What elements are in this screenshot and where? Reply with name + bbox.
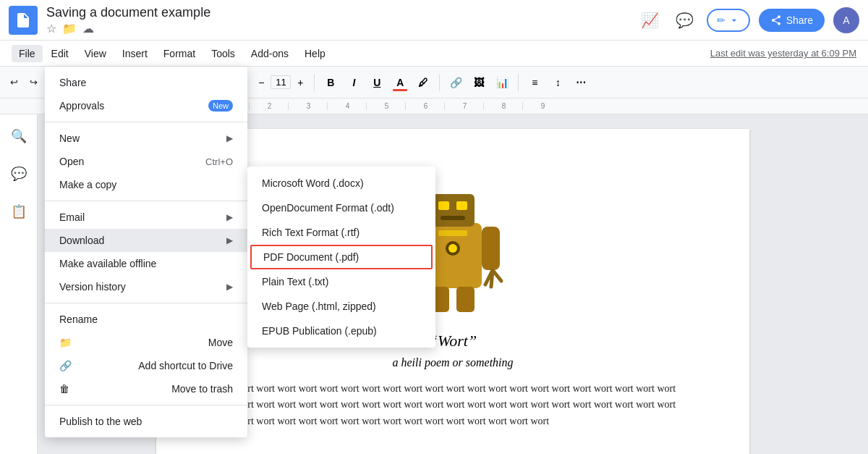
doc-body: wort wort wort wort wort wort wort wort … xyxy=(214,381,692,429)
menu-file[interactable]: File xyxy=(12,45,43,62)
fm-rename[interactable]: Rename xyxy=(45,308,247,331)
ds-pdf[interactable]: PDF Document (.pdf) xyxy=(250,245,433,269)
ds-odt-label: OpenDocument Format (.odt) xyxy=(262,202,394,214)
share-button[interactable]: Share xyxy=(759,9,825,32)
download-submenu: Microsoft Word (.docx) OpenDocument Form… xyxy=(247,167,435,348)
ds-pdf-label: PDF Document (.pdf) xyxy=(263,251,359,263)
fm-publish[interactable]: Publish to the web xyxy=(45,410,247,433)
fm-divider-3 xyxy=(45,303,247,303)
svg-rect-6 xyxy=(482,227,500,270)
ruler-mark-9: 9 xyxy=(522,102,561,110)
underline-button[interactable]: U xyxy=(367,72,387,93)
sidebar-chat-icon[interactable]: 💬 xyxy=(6,161,32,187)
highlight-button[interactable]: 🖊 xyxy=(413,72,433,93)
font-size-decrease[interactable]: − xyxy=(253,75,269,91)
fm-divider-4 xyxy=(45,405,247,405)
spacing-button[interactable]: ↕ xyxy=(548,72,568,93)
redo-button[interactable]: ↪ xyxy=(25,74,42,91)
insert-button[interactable]: 📊 xyxy=(492,72,512,93)
sidebar-history-icon[interactable]: 📋 xyxy=(6,198,32,224)
menu-insert[interactable]: Insert xyxy=(115,45,155,62)
ruler-mark-2: 2 xyxy=(249,102,288,110)
fm-approvals-badge: New xyxy=(208,100,233,112)
fm-copy[interactable]: Make a copy xyxy=(45,173,247,196)
cloud-icon[interactable]: ☁ xyxy=(82,22,94,35)
ds-docx[interactable]: Microsoft Word (.docx) xyxy=(247,171,435,196)
menu-help[interactable]: Help xyxy=(297,45,333,62)
undo-button[interactable]: ↩ xyxy=(6,74,22,91)
ds-odt[interactable]: OpenDocument Format (.odt) xyxy=(247,196,435,220)
comments-icon-btn[interactable]: 💬 xyxy=(672,7,698,33)
fm-offline[interactable]: Make available offline xyxy=(45,252,247,275)
user-avatar[interactable]: A xyxy=(833,7,859,33)
ds-epub[interactable]: EPUB Publication (.epub) xyxy=(247,319,435,343)
fm-shortcut[interactable]: 🔗 Add shortcut to Drive xyxy=(45,354,247,377)
menu-edit[interactable]: Edit xyxy=(44,45,76,62)
fm-shortcut-label: Add shortcut to Drive xyxy=(138,360,233,371)
top-bar: Saving a document example ☆ 📁 ☁ 📈 💬 ✏ Sh… xyxy=(0,0,868,41)
suggest-button[interactable]: ✏ xyxy=(707,9,750,32)
fm-divider-2 xyxy=(45,201,247,201)
ruler-mark-3: 3 xyxy=(288,102,327,110)
link-button[interactable]: 🔗 xyxy=(446,72,466,93)
app-icon[interactable] xyxy=(9,6,38,35)
bold-button[interactable]: B xyxy=(320,72,341,93)
italic-button[interactable]: I xyxy=(344,72,364,93)
analytics-icon-btn[interactable]: 📈 xyxy=(637,7,663,33)
menu-view[interactable]: View xyxy=(77,45,114,62)
fm-move[interactable]: 📁 Move xyxy=(45,331,247,354)
ds-txt[interactable]: Plain Text (.txt) xyxy=(247,269,435,294)
toolbar-separator-5 xyxy=(314,74,315,91)
menu-tools[interactable]: Tools xyxy=(204,45,242,62)
file-menu: Share Approvals New New ▶ Open Ctrl+O Ma… xyxy=(45,67,247,437)
fm-trash[interactable]: 🗑 Move to trash xyxy=(45,377,247,400)
fm-trash-icon: 🗑 xyxy=(59,383,69,395)
fm-download[interactable]: Download ▶ xyxy=(45,229,247,252)
fm-email[interactable]: Email ▶ xyxy=(45,206,247,229)
fm-publish-label: Publish to the web xyxy=(59,416,142,427)
svg-point-11 xyxy=(448,244,457,253)
fm-approvals[interactable]: Approvals New xyxy=(45,94,247,117)
fm-copy-label: Make a copy xyxy=(59,179,116,190)
align-button[interactable]: ≡ xyxy=(524,72,545,93)
fm-version-label: Version history xyxy=(59,281,126,293)
last-edit-text[interactable]: Last edit was yesterday at 6:09 PM xyxy=(710,48,856,59)
font-size-control: − 11 + xyxy=(253,75,308,91)
fm-new-arrow: ▶ xyxy=(226,133,233,143)
fm-version-history[interactable]: Version history ▶ xyxy=(45,275,247,298)
menu-addons[interactable]: Add-ons xyxy=(244,45,296,62)
sidebar-search-icon[interactable]: 🔍 xyxy=(6,123,32,149)
doc-title[interactable]: Saving a document example xyxy=(46,5,210,20)
fm-approvals-label: Approvals xyxy=(59,100,104,112)
fm-version-arrow: ▶ xyxy=(226,282,233,292)
svg-rect-3 xyxy=(456,201,467,210)
fm-open-shortcut: Ctrl+O xyxy=(205,156,233,167)
image-button[interactable]: 🖼 xyxy=(469,72,489,93)
fm-shortcut-icon: 🔗 xyxy=(59,360,72,371)
svg-rect-9 xyxy=(438,230,467,236)
ruler-mark-6: 6 xyxy=(405,102,444,110)
font-size-value[interactable]: 11 xyxy=(271,75,291,89)
fm-new[interactable]: New ▶ xyxy=(45,127,247,150)
text-color-button[interactable]: A xyxy=(390,72,410,93)
svg-rect-2 xyxy=(438,201,449,210)
folder-icon[interactable]: 📁 xyxy=(62,22,77,35)
share-label: Share xyxy=(786,14,813,26)
ds-rtf-label: Rich Text Format (.rtf) xyxy=(262,227,359,238)
ds-txt-label: Plain Text (.txt) xyxy=(262,276,328,287)
fm-offline-label: Make available offline xyxy=(59,258,156,269)
svg-rect-8 xyxy=(456,287,475,312)
star-icon[interactable]: ☆ xyxy=(46,22,56,35)
fm-email-arrow: ▶ xyxy=(226,212,233,222)
ds-html-label: Web Page (.html, zipped) xyxy=(262,300,376,312)
font-size-increase[interactable]: + xyxy=(292,75,308,91)
menu-format[interactable]: Format xyxy=(156,45,203,62)
ruler-marks: 1 2 3 4 5 6 7 8 9 xyxy=(210,102,868,110)
ds-html[interactable]: Web Page (.html, zipped) xyxy=(247,294,435,319)
ds-rtf[interactable]: Rich Text Format (.rtf) xyxy=(247,220,435,245)
fm-share[interactable]: Share xyxy=(45,71,247,94)
ruler-mark-8: 8 xyxy=(483,102,522,110)
left-sidebar: 🔍 💬 📋 xyxy=(0,114,38,454)
fm-open[interactable]: Open Ctrl+O xyxy=(45,150,247,173)
more-button[interactable]: ⋯ xyxy=(571,72,591,93)
